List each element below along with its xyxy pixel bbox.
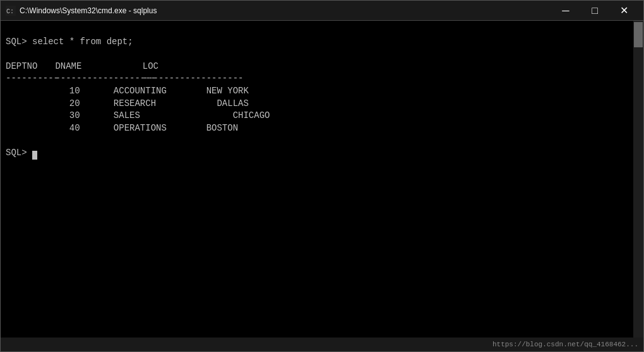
header-loc: LOC [143, 61, 218, 73]
cmd-icon: C: [6, 6, 16, 16]
row4-dname: OPERATIONS [114, 122, 196, 135]
table-row: 40OPERATIONS BOSTON [6, 123, 282, 133]
header-row: DEPTNO DNAME LOC [6, 61, 218, 71]
separator-row: ---------- ------------------- ---------… [6, 73, 218, 83]
row3-loc: CHICAGO [233, 110, 309, 122]
sep-deptno: ---------- [6, 73, 50, 85]
close-button[interactable]: ✕ [609, 1, 638, 21]
sql-prompt: SQL> [6, 148, 32, 158]
row1-loc: NEW YORK [206, 85, 282, 98]
row1-deptno: 10 [69, 85, 114, 98]
command-line: SQL> select * from dept; [6, 37, 133, 47]
window-title: C:\Windows\System32\cmd.exe - sqlplus [20, 6, 551, 15]
row2-loc: DALLAS [217, 98, 292, 110]
table-row: 10ACCOUNTING NEW YORK [6, 86, 282, 96]
new-prompt: SQL> [6, 148, 37, 158]
window-controls: ─ □ ✕ [551, 1, 638, 21]
header-dname: DNAME [55, 61, 137, 73]
statusbar: https://blog.csdn.net/qq_4168462... [1, 337, 643, 351]
table-row: 30SALES CHICAGO [6, 110, 309, 120]
maximize-button[interactable]: □ [580, 1, 609, 21]
row4-loc: BOSTON [206, 122, 282, 135]
table-row: 20RESEARCH DALLAS [6, 98, 292, 109]
scrollbar[interactable] [633, 21, 643, 337]
titlebar: C: C:\Windows\System32\cmd.exe - sqlplus… [1, 1, 643, 21]
statusbar-link: https://blog.csdn.net/qq_4168462... [492, 341, 638, 348]
minimize-button[interactable]: ─ [551, 1, 580, 21]
blank-line-2 [6, 135, 11, 145]
row1-dname: ACCOUNTING [114, 85, 196, 98]
sep-dname: ------------------- [55, 73, 137, 85]
cmd-window: C: C:\Windows\System32\cmd.exe - sqlplus… [0, 0, 644, 352]
cursor [32, 151, 37, 160]
row3-dname: SALES [114, 110, 196, 122]
row3-deptno: 30 [69, 110, 114, 122]
row2-deptno: 20 [69, 98, 114, 110]
header-deptno: DEPTNO [6, 61, 50, 73]
sep-loc: ------------------- [143, 73, 218, 85]
row2-dname: RESEARCH [114, 98, 196, 110]
scrollbar-thumb[interactable] [634, 22, 643, 47]
svg-text:C:: C: [6, 8, 14, 15]
row4-deptno: 40 [69, 122, 114, 135]
terminal-output[interactable]: SQL> select * from dept; DEPTNO DNAME LO… [1, 21, 633, 337]
blank-line-1 [6, 49, 11, 59]
content-area: SQL> select * from dept; DEPTNO DNAME LO… [1, 21, 643, 337]
